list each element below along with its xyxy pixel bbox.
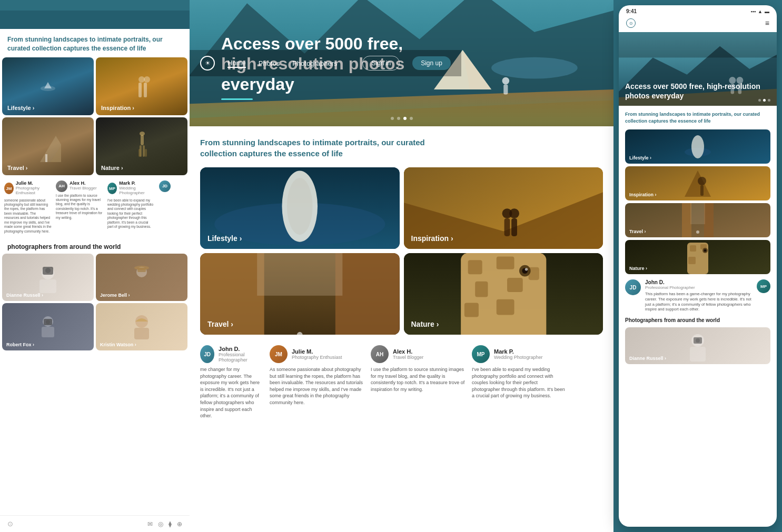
status-time: 9:41 [626,8,637,14]
svg-rect-7 [144,83,147,97]
right-dot-1[interactable] [763,99,766,102]
right-status-bar: 9:41 ▪▪▪ ▲ ▬ [619,5,777,16]
svg-rect-10 [45,154,47,162]
svg-marker-3 [44,82,52,88]
left-testimonial-2: MP Mark P. Wedding Photographer I've bee… [107,180,155,234]
svg-rect-86 [690,245,696,252]
nav-link-home[interactable]: Home [227,59,246,68]
svg-rect-47 [511,218,517,236]
svg-rect-82 [704,203,714,237]
center-card-inspiration[interactable]: Inspiration › [404,167,603,249]
svg-point-48 [502,208,512,218]
svg-rect-83 [690,203,705,224]
hero-dot-3[interactable] [410,117,413,120]
svg-rect-61 [507,278,523,292]
center-card-nature[interactable]: Nature › [404,253,603,335]
right-photo-nature[interactable]: Nature › [625,240,770,274]
svg-rect-81 [682,203,691,237]
center-testimonial-3: MP Mark P. Wedding Photographer I've bee… [472,345,567,419]
svg-rect-80 [700,185,704,196]
right-photo-list: Lifestyle › Inspiration › [625,129,770,274]
svg-point-20 [45,268,51,273]
signup-button[interactable]: Sign up [412,56,451,70]
center-nature-label: Nature › [411,320,439,328]
center-desktop-panel: ☀ Home Photos Photographers Sign in Sign… [190,0,613,532]
footer-figma-icon[interactable]: ⧫ [169,520,172,528]
center-card-lifestyle[interactable]: Lifestyle › [200,167,400,249]
svg-rect-15 [138,149,141,157]
left-footer: ⊙ ✉ ◎ ⧫ ⊕ [0,515,190,532]
hero-dot-2[interactable] [403,117,407,120]
footer-dribble-icon[interactable]: ⊕ [177,520,182,528]
hero-underline [221,98,253,100]
right-dr-label: Dianne Russell › [629,356,666,361]
left-tagline: From stunning landscapes to intimate por… [0,29,190,57]
center-avatar-ah: AH [371,345,389,363]
right-inspiration-label: Inspiration › [629,192,657,197]
left-mobile-panel: From stunning landscapes to intimate por… [0,0,190,532]
signin-button[interactable]: Sign in [362,56,400,71]
right-dot-2[interactable] [768,99,770,102]
center-testimonials: JD John D. Professional Photographer me … [200,345,603,419]
right-photo-travel[interactable]: Travel › [625,203,770,237]
nav-link-photos[interactable]: Photos [259,59,280,67]
right-dot-0[interactable] [758,99,761,102]
center-tagline: From stunning landscapes to intimate por… [200,137,463,159]
left-testimonial-0: JM Julie M. Photography Enthusiast someo… [4,180,52,234]
right-photographer-dr[interactable]: Dianne Russell › [625,327,770,364]
right-tagline: From stunning landscapes to intimate por… [625,111,770,124]
center-testimonial-2: AH Alex H. Travel Blogger I use the plat… [371,345,466,419]
center-card-travel[interactable]: Travel › [200,253,400,335]
svg-rect-23 [137,268,146,272]
center-avatar-jm: JM [270,345,288,363]
right-testimonial: JD John D. Professional Photographer Thi… [625,279,770,312]
left-photo-grid: Lifestyle › Inspiration › T [0,57,190,175]
center-avatar-jd: JD [200,345,214,363]
center-testimonial-0: JD John D. Professional Photographer me … [200,345,263,419]
svg-marker-78 [685,170,711,197]
left-card-travel[interactable]: Travel › [2,117,94,175]
hero-dot-1[interactable] [397,117,400,120]
svg-rect-29 [134,328,149,339]
svg-rect-14 [143,145,145,157]
svg-rect-88 [688,257,696,264]
svg-rect-18 [39,279,56,293]
right-test-avatar: JD [625,279,641,295]
svg-rect-11 [141,135,144,145]
right-nature-label: Nature › [629,266,647,271]
right-hero-title: Access over 5000 free, high-resolution p… [625,82,770,101]
hero-dot-0[interactable] [391,117,394,120]
left-avatar-mp: MP [107,183,117,194]
right-photo-lifestyle[interactable]: Lifestyle › [625,129,770,164]
svg-point-36 [502,77,510,85]
right-lifestyle-label: Lifestyle › [629,155,651,160]
left-photographer-dr[interactable]: Dianne Russell › [2,254,94,301]
left-card-lifestyle[interactable]: Lifestyle › [2,57,94,115]
svg-rect-75 [619,32,777,57]
left-avatar-ah: AH [56,180,67,192]
center-avatar-mp: MP [472,345,490,363]
footer-instagram-icon[interactable]: ◎ [158,520,163,528]
left-nature-label: Nature › [101,165,123,171]
right-hero: Access over 5000 free, high-resolution p… [619,32,777,106]
left-photographer-jb[interactable]: Jerome Bell › [96,254,187,301]
left-photographer-rf[interactable]: Robert Fox › [2,303,94,350]
right-photographers-title: Photographers from around the world [625,317,770,323]
left-testimonial-3: JD [159,180,185,234]
right-hamburger-icon[interactable]: ≡ [765,19,769,27]
right-photo-inspiration[interactable]: Inspiration › [625,166,770,200]
hero-dots [391,117,413,120]
footer-email-icon[interactable]: ✉ [147,520,153,528]
nav-link-photographers[interactable]: Photographers [292,59,337,67]
svg-point-27 [46,320,50,324]
svg-rect-16 [145,149,147,157]
left-photographer-kw[interactable]: Kristin Watson › [96,303,187,350]
svg-point-12 [140,132,145,136]
svg-point-94 [696,338,700,343]
left-photographers-title: photographers from around the world [0,239,190,254]
left-card-inspiration[interactable]: Inspiration › [96,57,187,115]
svg-rect-60 [475,282,488,297]
right-travel-label: Travel › [629,229,646,234]
left-inspiration-label: Inspiration › [101,105,134,111]
left-card-nature[interactable]: Nature › [96,117,187,175]
